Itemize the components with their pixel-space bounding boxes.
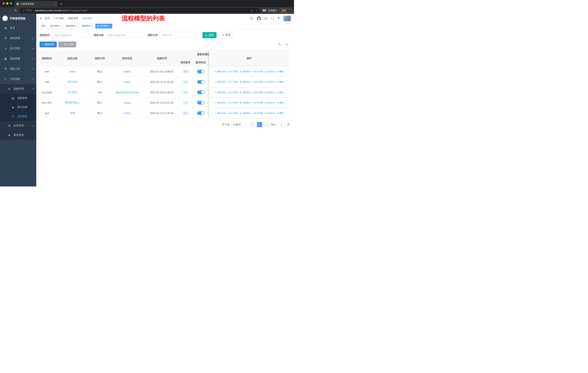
process-name-link[interactable]: eeee (70, 70, 75, 73)
process-definition-link[interactable]: ▤流程定义 (265, 101, 276, 104)
process-definition-link[interactable]: ▤流程定义 (265, 91, 276, 94)
tag-my-process[interactable]: 我的流程× (64, 24, 79, 28)
close-icon[interactable]: × (91, 25, 93, 27)
process-name-link[interactable]: 自己审批 (67, 80, 78, 83)
assign-rule-link[interactable]: ♟分配规则 (240, 112, 251, 115)
import-process-button[interactable]: ↥ 导入流程 (59, 41, 76, 47)
assign-rule-link[interactable]: ♟分配规则 (240, 81, 251, 84)
category-select[interactable]: 流程分类 ▾ (159, 32, 198, 38)
publish-process-link[interactable]: ➤发布流程 (252, 70, 263, 73)
create-process-button[interactable]: + 新建流程 (40, 41, 57, 47)
activation-toggle[interactable] (197, 70, 205, 73)
assign-rule-link[interactable]: ♟分配规则 (240, 70, 251, 73)
form-info-link[interactable]: biubiu (124, 81, 130, 83)
process-name-link[interactable]: OA 请假 (68, 91, 77, 94)
delete-process-link[interactable]: ✖删除 (277, 81, 284, 84)
process-definition-link[interactable]: ▤流程定义 (265, 81, 276, 84)
close-icon[interactable]: × (109, 25, 111, 27)
sidebar-item-system-mgmt[interactable]: ⚙系统管理❯ (0, 33, 36, 43)
breadcrumb-item-workflow[interactable]: 工作流程 (54, 17, 64, 20)
help-icon[interactable]: ? (264, 17, 267, 20)
breadcrumb-item-home[interactable]: 首页 (45, 17, 50, 20)
edit-process-link[interactable]: ✎修改流程 (215, 81, 226, 84)
forward-icon[interactable]: → (8, 9, 12, 12)
tag-process-form[interactable]: 流程表单× (80, 24, 94, 28)
fullscreen-icon[interactable] (271, 17, 274, 20)
activation-toggle[interactable] (197, 80, 205, 84)
minimize-window-button[interactable] (6, 2, 8, 5)
publish-process-link[interactable]: ➤发布流程 (252, 101, 263, 104)
search-icon[interactable] (250, 17, 253, 20)
sidebar-item-home[interactable]: ◉首页 (0, 23, 36, 33)
sidebar-item-dev-tools[interactable]: ⚒研发工具❯ (0, 64, 36, 74)
publish-process-link[interactable]: ➤发布流程 (252, 81, 263, 84)
process-name-link[interactable]: 测试多审批人 (65, 101, 80, 104)
breadcrumb-item-process-mgmt[interactable]: 流程管理 (68, 17, 78, 20)
next-page-button[interactable]: › (264, 122, 269, 127)
user-avatar[interactable] (284, 16, 291, 21)
edit-process-link[interactable]: ✎修改流程 (215, 70, 226, 73)
assign-rule-link[interactable]: ♟分配规则 (240, 101, 251, 104)
process-name-input[interactable] (105, 32, 143, 38)
address-bar[interactable]: ⚠ 不安全 dashboard.yudao.iocoder.cn/bpm/man… (20, 8, 260, 13)
tag-process-model[interactable]: 流程模型× (95, 24, 113, 28)
form-info-link[interactable]: /bpm/oa/leave/create (115, 91, 139, 94)
edit-process-link[interactable]: ✎修改流程 (215, 112, 226, 115)
sidebar-item-user-group[interactable]: ☻用户分组 (0, 103, 36, 112)
back-icon[interactable]: ← (2, 9, 6, 12)
form-info-link[interactable]: biubiu (124, 112, 130, 115)
sidebar-item-process-form[interactable]: ▤流程表单 (0, 94, 36, 103)
process-name-link[interactable]: 滔博 (70, 111, 75, 114)
sidebar-item-task-mgmt[interactable]: ❖任务管理❯ (0, 121, 36, 131)
bookmark-star-icon[interactable]: ☆ (255, 9, 258, 12)
hamburger-icon[interactable]: ≡ (40, 16, 42, 20)
design-process-link[interactable]: ◎设计流程 (227, 112, 238, 115)
edit-process-link[interactable]: ✎修改流程 (215, 91, 226, 94)
activation-toggle[interactable] (197, 101, 205, 105)
sidebar-item-process-mgmt[interactable]: ≣流程管理❯ (0, 84, 36, 94)
delete-process-link[interactable]: ✖删除 (277, 91, 284, 94)
passwords-key-icon[interactable]: ✦ (251, 9, 253, 12)
search-button[interactable]: 搜索 (202, 32, 217, 38)
process-key-input[interactable] (52, 32, 89, 38)
sidebar-logo[interactable]: 芋道管理系统 (0, 14, 36, 23)
page-1-button[interactable]: 1 (257, 122, 262, 127)
sidebar-item-infrastructure[interactable]: ▣基础设施❯ (0, 53, 36, 64)
publish-process-link[interactable]: ➤发布流程 (252, 91, 263, 94)
security-warning[interactable]: ⚠ 不安全 (22, 9, 32, 12)
design-process-link[interactable]: ◎设计流程 (227, 91, 238, 94)
chrome-update-button[interactable]: 更新 ⋮ (279, 8, 292, 13)
activation-toggle[interactable] (197, 111, 205, 115)
publish-process-link[interactable]: ➤发布流程 (252, 112, 263, 115)
browser-tab[interactable]: 芋道管理系统 × (15, 1, 58, 7)
process-definition-link[interactable]: ▤流程定义 (265, 70, 276, 73)
form-info-link[interactable]: biubiu (124, 70, 130, 73)
design-process-link[interactable]: ◎设计流程 (227, 81, 238, 84)
close-window-button[interactable] (2, 2, 5, 5)
form-info-link[interactable]: biubiu (124, 101, 130, 104)
close-icon[interactable]: × (76, 25, 77, 27)
tag-tenant[interactable]: 租户管理× (49, 24, 63, 28)
activation-toggle[interactable] (197, 91, 205, 94)
edit-process-link[interactable]: ✎修改流程 (215, 101, 226, 104)
design-process-link[interactable]: ◎设计流程 (227, 70, 238, 73)
delete-process-link[interactable]: ✖删除 (277, 70, 284, 73)
new-tab-button[interactable]: + (59, 2, 64, 6)
tab-close-icon[interactable]: × (53, 2, 56, 6)
refresh-table-button[interactable]: ↻ (284, 42, 290, 47)
zoom-window-button[interactable] (10, 2, 12, 5)
assign-rule-link[interactable]: ♟分配规则 (240, 91, 251, 94)
design-process-link[interactable]: ◎设计流程 (227, 101, 238, 104)
reload-icon[interactable]: ↻ (14, 9, 18, 12)
sidebar-item-leave-query[interactable]: ♟请假查询 (0, 131, 36, 140)
goto-page-input[interactable] (277, 122, 285, 127)
delete-process-link[interactable]: ✖删除 (277, 112, 284, 115)
sidebar-item-payment-mgmt[interactable]: ¥支付管理❯ (0, 43, 36, 53)
font-size-icon[interactable]: T (278, 17, 280, 20)
tag-home[interactable]: 首页 (40, 24, 48, 28)
github-icon[interactable] (257, 17, 261, 20)
toggle-search-button[interactable] (277, 42, 282, 47)
close-icon[interactable]: × (60, 25, 62, 27)
delete-process-link[interactable]: ✖删除 (277, 101, 284, 104)
page-size-select[interactable]: 10条/页 ▾ (231, 122, 248, 127)
